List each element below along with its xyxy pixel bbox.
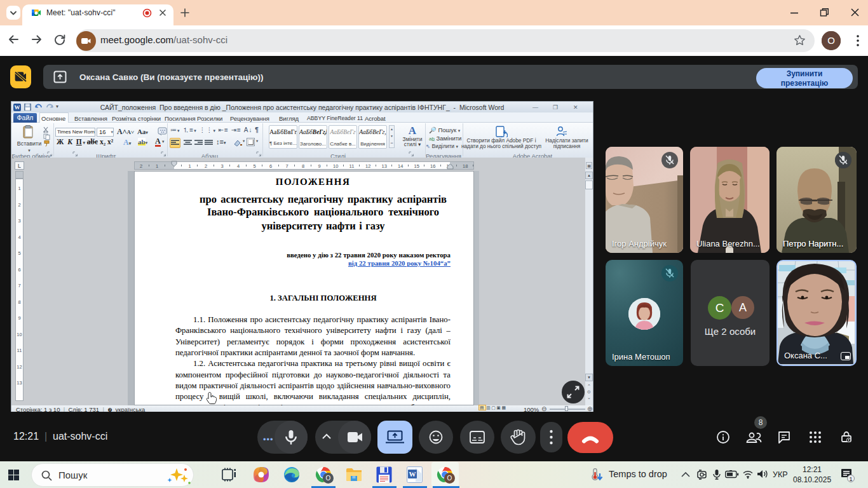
svg-text:W: W [409,470,416,478]
svg-text:1: 1 [849,476,852,482]
